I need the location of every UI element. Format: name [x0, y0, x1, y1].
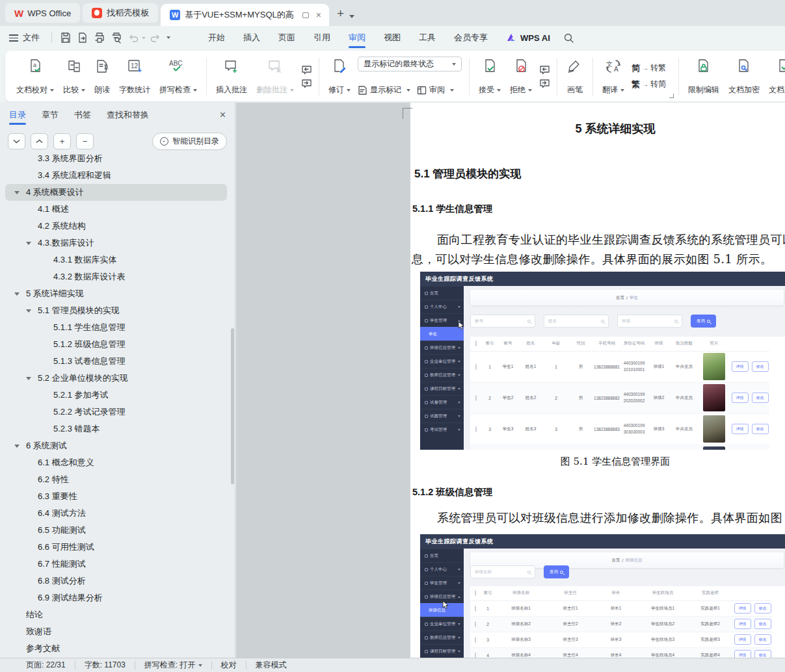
toc-item[interactable]: 5.1.3 试卷信息管理: [5, 353, 227, 370]
save-button[interactable]: [57, 30, 74, 45]
toc-item[interactable]: 4.2 系统结构: [5, 218, 227, 235]
toc-item[interactable]: 5.2.3 错题本: [5, 420, 227, 437]
print-button[interactable]: [91, 30, 108, 45]
reject-change-button[interactable]: 拒绝: [505, 54, 537, 99]
toc-item[interactable]: 致谢语: [5, 623, 227, 640]
next-change-button[interactable]: [539, 79, 550, 89]
proofread-indicator[interactable]: 校对: [221, 660, 237, 671]
restrict-editing-button[interactable]: 限制编辑: [684, 54, 724, 99]
new-tab-button[interactable]: +: [337, 6, 344, 21]
previous-change-button[interactable]: [539, 65, 550, 75]
spellcheck-indicator[interactable]: 拼写检查: 打开: [144, 660, 196, 671]
search-icon[interactable]: [561, 30, 578, 45]
doc-proofread-button[interactable]: a 文档校对: [12, 54, 59, 99]
tab-bookmarks[interactable]: 书签: [74, 103, 91, 127]
review-pane-button[interactable]: 审阅: [417, 84, 454, 96]
markup-state-select[interactable]: 显示标记的最终状态: [358, 57, 462, 71]
simplified-to-traditional-button[interactable]: 简→转繁: [632, 62, 666, 74]
smart-toc-button[interactable]: 智能识别目录: [152, 133, 227, 150]
encrypt-doc-button[interactable]: 文档加密: [724, 54, 764, 99]
finalize-doc-button[interactable]: 文档定稿: [764, 54, 785, 99]
toc-expand-arrow-icon[interactable]: [26, 377, 31, 380]
insert-comment-button[interactable]: 插入批注: [211, 54, 252, 99]
read-aloud-button[interactable]: 朗读: [90, 54, 114, 99]
paragraph-line[interactable]: 息，可以对学生信息修改删除操作。具体界面的展示如图 5.1 所示。: [412, 250, 772, 269]
sidebar-scrollbar[interactable]: [231, 328, 234, 484]
toc-expand-arrow-icon[interactable]: [14, 292, 20, 296]
compare-button[interactable]: 比较: [59, 54, 90, 99]
tab-list-dropdown-icon[interactable]: [349, 15, 354, 18]
split-view-icon[interactable]: [302, 12, 309, 18]
tab-contents[interactable]: 目录: [9, 103, 26, 127]
dialog-launcher-icon[interactable]: [669, 94, 674, 98]
toc-item[interactable]: 6.9 测试结果分析: [5, 589, 227, 606]
toc-item[interactable]: 6.1 概念和意义: [5, 454, 227, 471]
toc-item[interactable]: 6.8 测试分析: [5, 573, 227, 589]
translate-button[interactable]: 文A 翻译: [598, 54, 629, 99]
toc-expand-arrow-icon[interactable]: [26, 242, 31, 245]
accept-change-button[interactable]: 接受: [474, 54, 505, 99]
zoom-in-toc-button[interactable]: +: [53, 133, 71, 149]
figure-student-management-screenshot[interactable]: 毕业生跟踪调查反馈系统 首页个人中心学生管理学生班级信息管理企业单位管理教师信息…: [420, 272, 785, 450]
menu-home[interactable]: 开始: [199, 26, 234, 49]
tab-document[interactable]: W 基于VUE+SSM+MYSQL的高 ×: [161, 4, 329, 26]
toc-item[interactable]: 5.2.2 考试记录管理: [5, 404, 227, 420]
menu-review[interactable]: 审阅: [339, 26, 375, 49]
toc-item[interactable]: 参考文献: [5, 640, 227, 657]
toc-expand-arrow-icon[interactable]: [14, 191, 20, 194]
menu-view[interactable]: 视图: [375, 26, 410, 49]
close-tab-icon[interactable]: ×: [313, 10, 324, 19]
toc-item[interactable]: 5.1 管理员模块的实现: [5, 302, 227, 319]
toc-item[interactable]: 5.2 企业单位模块的实现: [5, 370, 227, 387]
undo-button[interactable]: [125, 30, 142, 45]
toc-item[interactable]: 3.3 系统界面分析: [5, 155, 227, 167]
next-comment-button[interactable]: [300, 79, 312, 89]
toc-item[interactable]: 4.3.2 数据库设计表: [5, 268, 227, 285]
word-count-button[interactable]: 12+ 字数统计: [114, 54, 155, 99]
section-heading[interactable]: 5.1 管理员模块的实现: [414, 166, 521, 181]
quick-toolbar-dropdown-icon[interactable]: [166, 36, 170, 39]
tab-chapters[interactable]: 章节: [42, 103, 59, 127]
word-count-indicator[interactable]: 字数: 11703: [85, 660, 126, 671]
track-changes-button[interactable]: 修订: [324, 54, 355, 99]
subsection-heading-2[interactable]: 5.1.2 班级信息管理: [412, 486, 492, 498]
figure-caption[interactable]: 图 5.1 学生信息管理界面: [410, 456, 785, 468]
tab-wps-office[interactable]: W WPS Office: [5, 3, 80, 23]
figure-class-management-screenshot[interactable]: 毕业生跟踪调查反馈系统 首页个人中心学生管理班级信息管理班级信息企业单位管理教师…: [420, 534, 785, 658]
toc-expand-arrow-icon[interactable]: [14, 445, 20, 448]
toc-item[interactable]: 5.2.1 参加考试: [5, 387, 227, 404]
hamburger-icon[interactable]: [9, 34, 18, 42]
collapse-all-button[interactable]: [8, 133, 25, 149]
chapter-heading[interactable]: 5 系统详细实现: [410, 121, 785, 136]
undo-dropdown-icon[interactable]: [142, 37, 146, 39]
show-markup-button[interactable]: 显示标记: [358, 84, 410, 96]
toc-item[interactable]: 6 系统测试: [5, 437, 227, 454]
menu-reference[interactable]: 引用: [304, 26, 339, 49]
menu-page[interactable]: 页面: [269, 26, 304, 49]
toc-item[interactable]: 4.3.1 数据库实体: [5, 252, 227, 268]
toc-item[interactable]: 6.3 重要性: [5, 488, 227, 505]
toc-item[interactable]: 6.5 功能测试: [5, 522, 227, 539]
page-indicator[interactable]: 页面: 22/31: [26, 660, 66, 671]
menu-member[interactable]: 会员专享: [445, 26, 497, 49]
previous-comment-button[interactable]: [300, 65, 312, 75]
ink-pen-button[interactable]: 画笔: [562, 54, 588, 99]
toc-item[interactable]: 3.4 系统流程和逻辑: [5, 167, 227, 184]
close-sidebar-icon[interactable]: ×: [220, 109, 226, 121]
paragraph-line[interactable]: 面向工程教育专业认证的毕业生跟踪调查反馈系统的系统管理员可以管理学: [437, 230, 785, 250]
tab-docer-templates[interactable]: 找稻壳模板: [83, 3, 158, 23]
toc-item[interactable]: 结论: [5, 606, 227, 623]
traditional-to-simplified-button[interactable]: 繁→转简: [632, 79, 666, 90]
toc-item[interactable]: 5.1.1 学生信息管理: [5, 319, 227, 336]
print-preview-button[interactable]: [108, 30, 125, 45]
export-button[interactable]: [74, 30, 91, 45]
tab-find-replace[interactable]: 查找和替换: [107, 103, 149, 127]
toc-item[interactable]: 6.6 可用性测试: [5, 539, 227, 556]
menu-insert[interactable]: 插入: [234, 26, 269, 49]
file-menu[interactable]: 文件: [23, 32, 40, 44]
toc-item[interactable]: 4.1 概述: [5, 201, 227, 218]
toc-item[interactable]: 5 系统详细实现: [5, 285, 227, 302]
spellcheck-dropdown-icon[interactable]: [198, 664, 202, 667]
toc-item[interactable]: 6.2 特性: [5, 471, 227, 488]
toc-expand-arrow-icon[interactable]: [26, 309, 31, 313]
